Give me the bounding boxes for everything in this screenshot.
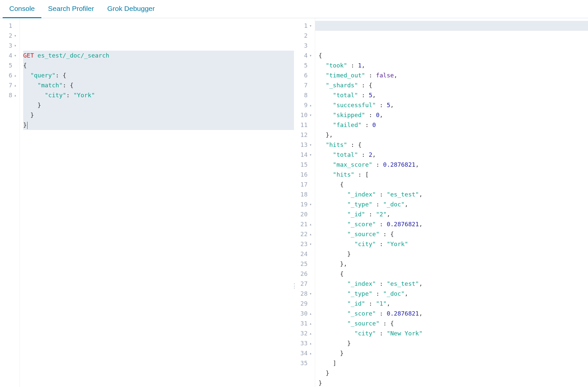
response-viewer[interactable]: { "took" : 1, "timed_out" : false, "_sha… — [315, 18, 588, 387]
tab-grok-debugger[interactable]: Grok Debugger — [101, 0, 162, 18]
tab-search-profiler[interactable]: Search Profiler — [41, 0, 101, 18]
response-current-line-highlight — [315, 21, 588, 31]
request-pane: 12▾3▾4▾56▴7▴8▴ GET es_test/_doc/_search{… — [0, 18, 294, 387]
pane-resize-handle[interactable]: ⋮ — [291, 282, 297, 289]
response-gutter: 1▾234▾56789▴10▾111213▾14▾1516171819▾2021… — [294, 18, 315, 387]
play-icon[interactable] — [264, 22, 271, 29]
editor-panes: 12▾3▾4▾56▴7▴8▴ GET es_test/_doc/_search{… — [0, 18, 588, 387]
request-actions — [264, 22, 284, 29]
wrench-icon[interactable] — [277, 22, 284, 29]
response-pane: 1▾234▾56789▴10▾111213▾14▾1516171819▾2021… — [294, 18, 588, 387]
tab-bar: Console Search Profiler Grok Debugger — [0, 0, 588, 18]
tab-console[interactable]: Console — [3, 0, 41, 18]
request-editor[interactable]: GET es_test/_doc/_search{ "query": { "ma… — [20, 18, 294, 387]
request-gutter: 12▾3▾4▾56▴7▴8▴ — [0, 18, 20, 387]
